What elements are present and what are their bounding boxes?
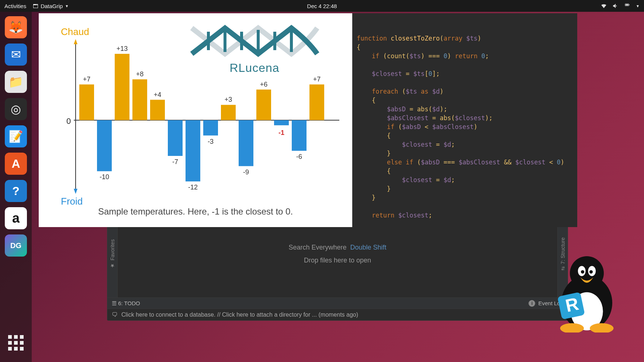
dock-item-datagrip[interactable]: DG <box>5 234 27 257</box>
bar-7 <box>203 120 218 136</box>
bar-13 <box>309 84 324 120</box>
dock-item-amazon[interactable]: a <box>5 207 27 229</box>
volume-icon[interactable] <box>612 3 619 9</box>
appmenu[interactable]: 🗔 DataGrip ▼ <box>33 3 69 9</box>
svg-marker-12 <box>74 189 77 194</box>
bar-3 <box>132 79 147 120</box>
bar-label-0: +7 <box>83 76 91 83</box>
bar-0 <box>79 84 94 120</box>
tux-mascot-icon: R <box>544 248 629 333</box>
show-apps-button[interactable] <box>5 332 27 354</box>
clock[interactable]: Dec 4 22:48 <box>307 3 337 9</box>
bar-9 <box>239 120 253 166</box>
bar-label-9: -9 <box>243 168 249 176</box>
bar-label-3: +8 <box>136 70 144 78</box>
appmenu-icon: 🗔 <box>33 3 38 9</box>
dock-item-firefox[interactable]: 🦊 <box>5 16 27 38</box>
bar-label-7: -3 <box>208 138 214 145</box>
bar-label-2: +13 <box>117 45 128 52</box>
dock: 🦊✉📁◎📝A?aDG <box>0 12 32 362</box>
battery-icon[interactable] <box>624 3 631 9</box>
svg-rect-2 <box>629 4 630 5</box>
bar-label-12: -6 <box>296 153 302 160</box>
bar-label-13: +7 <box>313 76 321 83</box>
search-everywhere-hint: Search Everywhere Double Shift <box>288 244 386 251</box>
dock-item-rhythmbox[interactable]: ◎ <box>5 98 27 120</box>
drop-files-hint: Drop files here to open <box>304 257 371 264</box>
zero-label: 0 <box>66 116 71 126</box>
todo-toolwindow-button[interactable]: ☰ 6: TODO <box>112 300 140 307</box>
info-icon: i <box>529 300 535 307</box>
bar-12 <box>292 120 307 151</box>
appmenu-label: DataGrip <box>41 3 63 9</box>
svg-point-15 <box>570 256 604 290</box>
svg-marker-11 <box>74 39 77 44</box>
bar-label-1: -10 <box>100 173 109 181</box>
hot-axis-label: Chaud <box>61 26 89 38</box>
dock-item-software[interactable]: A <box>5 153 27 175</box>
bar-label-8: +3 <box>225 96 232 103</box>
chevron-down-icon: ▼ <box>65 4 69 8</box>
php-code-editor[interactable]: function closestToZero(array $ts) { if (… <box>352 13 577 227</box>
bar-10 <box>256 90 271 120</box>
bar-11 <box>274 120 289 125</box>
wifi-icon[interactable] <box>600 3 607 9</box>
temperature-bar-chart: +7-10+13+8+4-7-12-3+3-9+6-1-6+7 <box>74 39 339 194</box>
bar-4 <box>150 100 165 120</box>
system-menu-caret-icon[interactable]: ▼ <box>636 4 640 8</box>
svg-point-19 <box>589 270 593 274</box>
status-icon: 🗨 <box>112 311 118 318</box>
bar-label-5: -7 <box>172 158 178 166</box>
dock-item-libreoffice-writer[interactable]: 📝 <box>5 125 27 147</box>
chart-image-panel: Chaud 0 Froid RLucena +7-10+13+8+4-7-12-… <box>39 13 352 227</box>
bar-label-4: +4 <box>154 91 162 98</box>
bar-5 <box>168 120 183 156</box>
bar-label-10: +6 <box>260 81 268 88</box>
dock-item-help[interactable]: ? <box>5 180 27 202</box>
bar-1 <box>97 120 112 171</box>
status-message: Click here to connect to a database. // … <box>121 311 358 318</box>
status-bar[interactable]: 🗨 Click here to connect to a database. /… <box>107 309 568 320</box>
bar-6 <box>186 120 200 181</box>
bar-2 <box>115 54 129 120</box>
svg-rect-1 <box>626 4 629 6</box>
activities-button[interactable]: Activities <box>4 3 26 9</box>
dock-item-thunderbird[interactable]: ✉ <box>5 43 27 66</box>
dock-item-files[interactable]: 📁 <box>5 71 27 93</box>
chart-caption: Sample temperatures. Here, -1 is the clo… <box>39 206 352 217</box>
svg-point-17 <box>581 270 584 274</box>
bar-label-11: -1 <box>278 129 284 136</box>
bar-label-6: -12 <box>188 184 198 191</box>
cold-axis-label: Froid <box>61 196 83 207</box>
bar-8 <box>221 105 236 120</box>
list-icon: ☰ <box>112 300 118 306</box>
gnome-topbar: Activities 🗔 DataGrip ▼ Dec 4 22:48 ▼ <box>0 0 644 12</box>
bottom-toolbar: ☰ 6: TODO i Event Log <box>107 297 568 309</box>
